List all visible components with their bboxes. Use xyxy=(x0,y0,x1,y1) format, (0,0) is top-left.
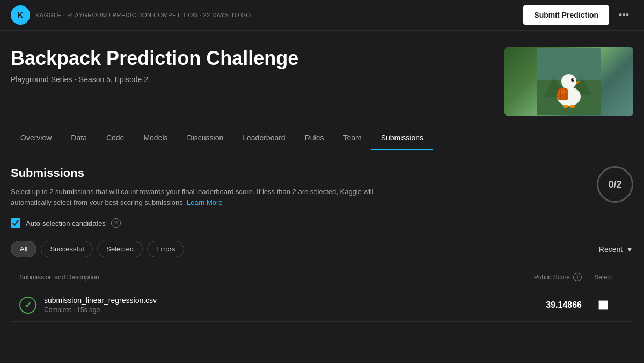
breadcrumb: KAGGLE · PLAYGROUND PREDICTION COMPETITI… xyxy=(35,12,251,18)
more-options-button[interactable]: ••• xyxy=(614,6,633,24)
filter-errors[interactable]: Errors xyxy=(147,241,184,257)
tab-submissions[interactable]: Submissions xyxy=(371,127,433,150)
tab-discussion[interactable]: Discussion xyxy=(178,127,233,150)
submission-count-circle: 0/2 xyxy=(597,166,633,203)
status-complete-icon: ✓ xyxy=(19,297,36,314)
submission-meta: Complete · 15s ago xyxy=(44,306,157,314)
submissions-table: Submission and Description Public Score … xyxy=(11,266,633,322)
kaggle-logo: K xyxy=(11,5,30,25)
submissions-description: Select up to 2 submissions that will cou… xyxy=(11,187,413,208)
tab-overview[interactable]: Overview xyxy=(11,127,61,150)
auto-selection-toggle[interactable] xyxy=(11,218,20,228)
svg-point-15 xyxy=(563,105,568,108)
learn-more-link[interactable]: Learn More xyxy=(187,198,222,206)
submissions-title: Submissions xyxy=(11,166,413,180)
main-content: Submissions Select up to 2 submissions t… xyxy=(0,150,644,338)
col-header-select: Select xyxy=(582,273,625,281)
checkmark-icon: ✓ xyxy=(25,300,32,310)
competition-image xyxy=(504,47,633,116)
hero-content: Backpack Prediction Challenge Playground… xyxy=(11,47,504,84)
tab-leaderboard[interactable]: Leaderboard xyxy=(233,127,295,150)
svg-point-10 xyxy=(573,79,574,80)
submit-prediction-button[interactable]: Submit Prediction xyxy=(523,5,609,25)
col-header-score: Public Score i xyxy=(485,273,582,281)
submission-filename: submission_linear_regression.csv xyxy=(44,296,157,305)
hero-section: Backpack Prediction Challenge Playground… xyxy=(0,31,644,127)
tab-rules[interactable]: Rules xyxy=(295,127,334,150)
score-info-icon[interactable]: i xyxy=(573,273,582,281)
duck-illustration xyxy=(537,48,601,115)
competition-subtitle: Playground Series - Season 5, Episode 2 xyxy=(11,75,504,84)
filter-successful[interactable]: Successful xyxy=(41,241,93,257)
table-row: ✓ submission_linear_regression.csv Compl… xyxy=(11,288,633,322)
submission-checkbox[interactable] xyxy=(598,300,608,310)
section-text: Submissions Select up to 2 submissions t… xyxy=(11,166,413,218)
svg-point-7 xyxy=(561,74,576,89)
submission-details: submission_linear_regression.csv Complet… xyxy=(44,296,157,314)
header-right: Submit Prediction ••• xyxy=(523,5,633,25)
filter-all[interactable]: All xyxy=(11,241,36,257)
sort-button[interactable]: Recent ▼ xyxy=(599,245,633,254)
auto-selection-label: Auto-selection candidates xyxy=(26,219,106,227)
svg-point-9 xyxy=(571,78,574,82)
sort-label: Recent xyxy=(599,245,623,254)
col-header-submission: Submission and Description xyxy=(19,273,485,281)
svg-point-16 xyxy=(569,105,575,108)
submission-select xyxy=(582,300,625,310)
sort-chevron-icon: ▼ xyxy=(626,245,633,254)
more-icon: ••• xyxy=(619,10,629,21)
navigation-tabs: Overview Data Code Models Discussion Lea… xyxy=(0,127,644,150)
tab-models[interactable]: Models xyxy=(134,127,177,150)
filter-selected[interactable]: Selected xyxy=(97,241,143,257)
tab-code[interactable]: Code xyxy=(97,127,134,150)
table-header: Submission and Description Public Score … xyxy=(11,266,633,288)
header-left: K KAGGLE · PLAYGROUND PREDICTION COMPETI… xyxy=(11,5,251,25)
tab-team[interactable]: Team xyxy=(333,127,371,150)
filter-row: All Successful Selected Errors Recent ▼ xyxy=(11,241,633,257)
submission-info: ✓ submission_linear_regression.csv Compl… xyxy=(19,296,485,314)
auto-selection-help-icon[interactable]: ? xyxy=(111,218,121,228)
auto-selection-row: Auto-selection candidates ? xyxy=(11,218,633,228)
filter-buttons: All Successful Selected Errors xyxy=(11,241,184,257)
submission-score: 39.14866 xyxy=(485,300,582,310)
section-header: Submissions Select up to 2 submissions t… xyxy=(11,166,633,218)
tab-data[interactable]: Data xyxy=(61,127,97,150)
header: K KAGGLE · PLAYGROUND PREDICTION COMPETI… xyxy=(0,0,644,31)
competition-title: Backpack Prediction Challenge xyxy=(11,47,504,70)
